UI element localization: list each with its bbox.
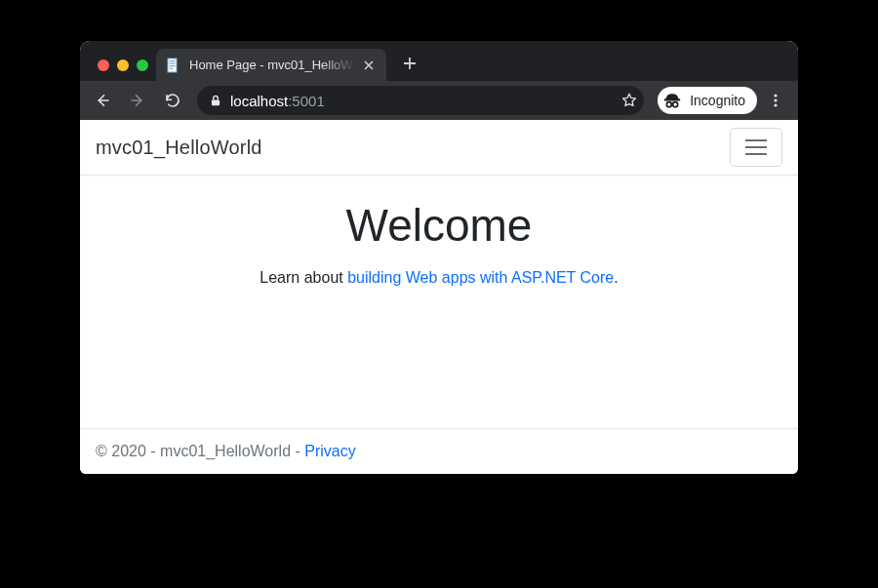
svg-point-17	[774, 98, 777, 101]
page-favicon-icon	[166, 58, 181, 73]
privacy-link[interactable]: Privacy	[304, 443, 355, 459]
svg-rect-12	[212, 99, 220, 105]
bookmark-button[interactable]	[620, 92, 638, 109]
arrow-left-icon	[94, 92, 111, 109]
browser-toolbar: localhost:5001	[80, 81, 798, 120]
page-lead: Learn about building Web apps with ASP.N…	[259, 269, 618, 287]
reload-button[interactable]	[156, 86, 189, 115]
arrow-right-icon	[129, 92, 146, 109]
svg-rect-3	[170, 62, 176, 63]
kebab-menu-icon	[768, 93, 783, 108]
svg-point-18	[774, 103, 777, 106]
url-text: localhost:5001	[230, 93, 613, 109]
page-heading: Welcome	[346, 199, 533, 252]
lead-suffix: .	[614, 269, 618, 286]
svg-point-16	[774, 94, 777, 97]
brand-link[interactable]: mvc01_HelloWorld	[96, 137, 262, 159]
url-host: localhost	[230, 93, 288, 109]
incognito-badge[interactable]: Incognito	[658, 87, 757, 114]
lead-link[interactable]: building Web apps with ASP.NET Core	[347, 269, 614, 286]
url-port: :5001	[288, 93, 325, 109]
incognito-icon	[662, 91, 682, 110]
lock-icon	[209, 94, 222, 107]
fullscreen-window-button[interactable]	[137, 59, 148, 71]
lead-prefix: Learn about	[259, 269, 347, 286]
window-controls	[90, 59, 156, 81]
tab-close-button[interactable]	[361, 58, 377, 73]
svg-point-15	[673, 102, 678, 107]
back-button[interactable]	[86, 86, 119, 115]
svg-rect-13	[664, 98, 681, 100]
tab-strip: Home Page - mvc01_HelloWorld	[80, 41, 798, 81]
svg-point-14	[667, 102, 672, 107]
navbar-toggle-button[interactable]	[730, 128, 782, 167]
forward-button[interactable]	[121, 86, 154, 115]
reload-icon	[164, 92, 181, 109]
address-bar[interactable]: localhost:5001	[197, 86, 644, 115]
incognito-label: Incognito	[690, 93, 745, 108]
svg-rect-2	[170, 60, 176, 61]
footer-text: © 2020 - mvc01_HelloWorld -	[96, 443, 304, 459]
close-icon	[364, 60, 374, 70]
new-tab-button[interactable]	[396, 50, 423, 77]
star-icon	[620, 92, 638, 109]
browser-window: Home Page - mvc01_HelloWorld	[80, 41, 798, 474]
main-content: Welcome Learn about building Web apps wi…	[80, 176, 798, 428]
minimize-window-button[interactable]	[117, 59, 129, 71]
close-window-button[interactable]	[98, 59, 109, 71]
tab-title: Home Page - mvc01_HelloWorld	[189, 58, 355, 72]
hamburger-icon	[743, 137, 769, 157]
site-footer: © 2020 - mvc01_HelloWorld - Privacy	[80, 428, 798, 474]
svg-rect-4	[170, 65, 176, 66]
plus-icon	[403, 57, 417, 70]
browser-tab[interactable]: Home Page - mvc01_HelloWorld	[156, 49, 386, 81]
browser-menu-button[interactable]	[759, 86, 792, 115]
page-viewport: mvc01_HelloWorld Welcome Learn about bui…	[80, 120, 798, 474]
svg-rect-5	[170, 67, 174, 68]
site-navbar: mvc01_HelloWorld	[80, 120, 798, 176]
